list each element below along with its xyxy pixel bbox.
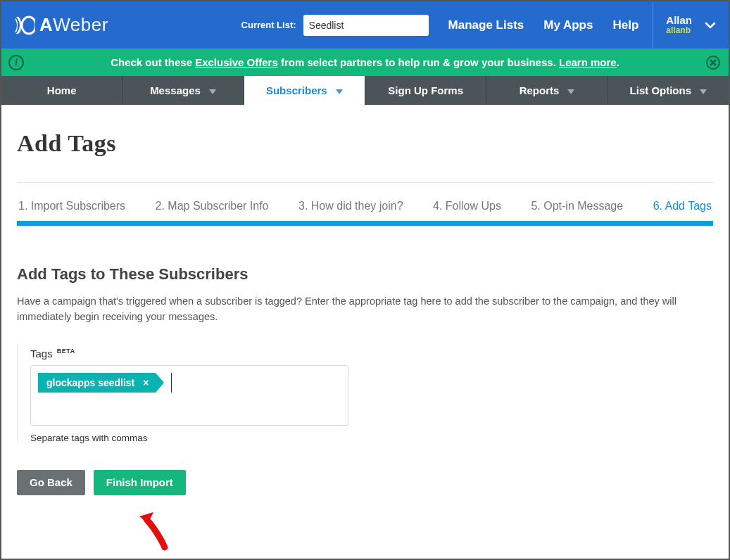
step-follow-ups[interactable]: 4. Follow Ups: [433, 200, 501, 212]
brand-text: AAWeberWeber: [39, 14, 108, 36]
top-nav: Manage Lists My Apps Help: [448, 18, 639, 32]
promo-text: Check out these Exclusive Offers from se…: [111, 56, 619, 68]
tag-chip: glockapps seedlist ×: [38, 373, 156, 393]
chevron-down-icon: [705, 19, 716, 32]
section-title: Add Tags to These Subscribers: [17, 265, 713, 284]
nav-subscribers[interactable]: Subscribers: [244, 76, 365, 105]
step-map-subscriber-info[interactable]: 2. Map Subscriber Info: [156, 200, 269, 212]
promo-bar: i Check out these Exclusive Offers from …: [1, 49, 729, 76]
step-add-tags[interactable]: 6. Add Tags: [653, 200, 712, 212]
list-select[interactable]: [303, 15, 429, 36]
user-handle: allanb: [666, 26, 692, 35]
import-steps: 1. Import Subscribers 2. Map Subscriber …: [17, 183, 713, 221]
brand-logo[interactable]: AAWeberWeber: [14, 14, 108, 36]
go-back-button[interactable]: Go Back: [17, 470, 85, 495]
topbar: AAWeberWeber Current List: Manage Lists …: [1, 1, 729, 49]
tags-hint: Separate tags with commas: [30, 433, 362, 443]
finish-import-button[interactable]: Finish Import: [94, 470, 186, 495]
svg-marker-4: [336, 89, 343, 94]
svg-marker-3: [209, 89, 216, 94]
main-nav: Home Messages Subscribers Sign Up Forms …: [1, 76, 729, 105]
nav-reports[interactable]: Reports: [486, 76, 608, 105]
step-import-subscribers[interactable]: 1. Import Subscribers: [18, 200, 125, 212]
user-menu[interactable]: Allan allanb: [653, 1, 716, 49]
nav-help[interactable]: Help: [612, 18, 638, 32]
chevron-down-icon: [336, 84, 343, 96]
page-title: Add Tags: [17, 130, 713, 157]
nav-manage-lists[interactable]: Manage Lists: [448, 18, 524, 32]
nav-messages[interactable]: Messages: [122, 76, 244, 105]
svg-marker-6: [700, 89, 707, 94]
progress-bar: [17, 221, 713, 226]
close-icon[interactable]: [706, 56, 720, 70]
section-description: Have a campaign that's triggered when a …: [17, 293, 713, 325]
list-select-input[interactable]: [303, 15, 429, 36]
nav-list-options[interactable]: List Options: [608, 76, 729, 105]
page-content: Add Tags 1. Import Subscribers 2. Map Su…: [1, 105, 729, 511]
tags-field-wrap: Tags BETA glockapps seedlist × Separate …: [17, 343, 362, 443]
step-opt-in-message[interactable]: 5. Opt-in Message: [531, 200, 623, 212]
nav-sign-up-forms[interactable]: Sign Up Forms: [365, 76, 486, 105]
chevron-down-icon: [567, 84, 574, 96]
user-name: Allan: [666, 15, 692, 27]
aweber-logo-icon: [14, 15, 35, 35]
tag-chip-label: glockapps seedlist: [46, 377, 134, 388]
tags-label: Tags BETA: [30, 348, 362, 359]
info-icon: i: [8, 55, 24, 70]
annotation-arrow-icon: [134, 511, 176, 552]
tag-remove-icon[interactable]: ×: [141, 377, 150, 388]
beta-badge: BETA: [57, 348, 75, 355]
chevron-down-icon: [209, 84, 216, 96]
nav-home[interactable]: Home: [1, 76, 122, 105]
tags-input[interactable]: glockapps seedlist ×: [30, 365, 348, 426]
nav-my-apps[interactable]: My Apps: [543, 18, 593, 32]
svg-marker-7: [139, 512, 153, 523]
step-how-did-they-join[interactable]: 3. How did they join?: [298, 200, 403, 212]
svg-marker-5: [567, 89, 574, 94]
promo-link-offers[interactable]: Exclusive Offers: [195, 56, 278, 68]
promo-link-learn-more[interactable]: Learn more: [559, 56, 617, 68]
chevron-down-icon: [700, 84, 707, 96]
current-list-label: Current List:: [241, 20, 296, 30]
tags-text-input[interactable]: [171, 373, 192, 393]
